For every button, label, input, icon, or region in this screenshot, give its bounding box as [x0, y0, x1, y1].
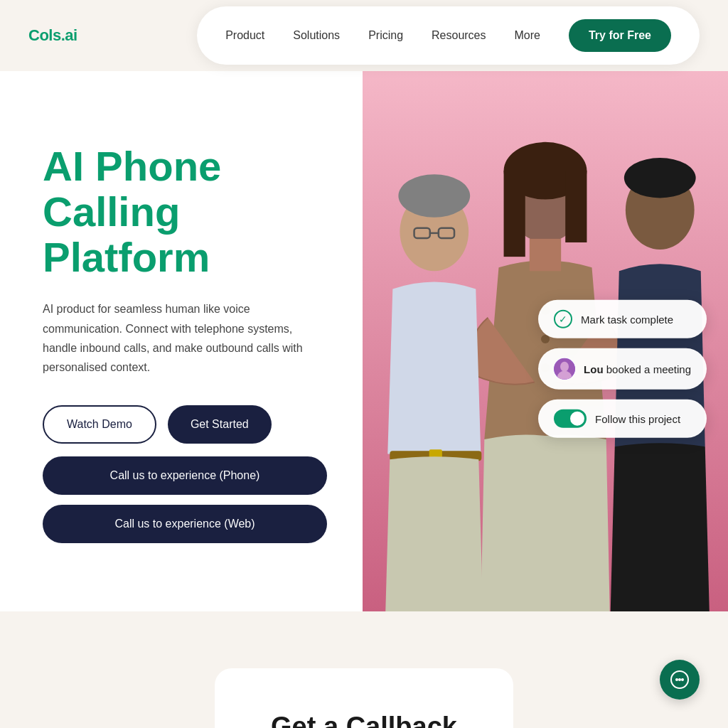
svg-point-20 [560, 362, 569, 372]
mark-task-label: Mark task complete [581, 313, 673, 325]
svg-point-18 [624, 158, 696, 198]
hero-subtitle: AI product for seamless human like voice… [43, 299, 313, 377]
svg-point-23 [675, 678, 678, 681]
hero-left: AI Phone Calling Platform AI product for… [0, 71, 363, 611]
svg-rect-4 [504, 171, 525, 257]
navbar: Cols.ai Product Solutions Pricing Resour… [0, 0, 728, 71]
hero-section: AI Phone Calling Platform AI product for… [0, 71, 728, 611]
try-for-free-button[interactable]: Try for Free [569, 19, 671, 52]
follow-project-card: Follow this project [538, 400, 707, 438]
nav-solutions[interactable]: Solutions [293, 29, 340, 42]
nav-more[interactable]: More [515, 29, 540, 42]
hero-title: AI Phone Calling Platform [43, 144, 327, 279]
lou-booking-card: Lou booked a meeting [538, 348, 707, 390]
follow-project-label: Follow this project [595, 412, 680, 424]
nav-pill: Product Solutions Pricing Resources More… [197, 6, 700, 65]
get-started-button[interactable]: Get Started [168, 405, 272, 444]
mark-task-card: ✓ Mark task complete [538, 300, 707, 338]
call-web-button[interactable]: Call us to experience (Web) [43, 505, 327, 543]
callback-card: Get a Callback from AI Agents [215, 668, 513, 728]
chat-icon [670, 670, 689, 689]
lou-name: Lou booked a meeting [584, 363, 691, 375]
nav-product[interactable]: Product [225, 29, 264, 42]
nav-pricing[interactable]: Pricing [368, 29, 403, 42]
svg-point-25 [681, 678, 684, 681]
nav-resources[interactable]: Resources [432, 29, 486, 42]
call-phone-button[interactable]: Call us to experience (Phone) [43, 456, 327, 495]
chat-button[interactable] [660, 660, 700, 700]
bottom-section: Get a Callback from AI Agents [0, 611, 728, 728]
watch-demo-button[interactable]: Watch Demo [43, 405, 156, 444]
hero-image-area: ✓ Mark task complete Lou booked a meetin… [363, 71, 728, 611]
lou-avatar [554, 358, 575, 380]
callback-title: Get a Callback from AI Agents [243, 711, 485, 728]
svg-point-11 [398, 174, 470, 217]
hero-primary-buttons: Watch Demo Get Started [43, 405, 327, 444]
follow-toggle[interactable] [554, 410, 587, 428]
check-icon: ✓ [554, 310, 572, 328]
svg-rect-5 [565, 171, 587, 242]
svg-point-24 [678, 678, 681, 681]
svg-rect-9 [530, 239, 561, 271]
floating-cards-container: ✓ Mark task complete Lou booked a meetin… [538, 300, 707, 438]
logo: Cols.ai [28, 26, 77, 45]
